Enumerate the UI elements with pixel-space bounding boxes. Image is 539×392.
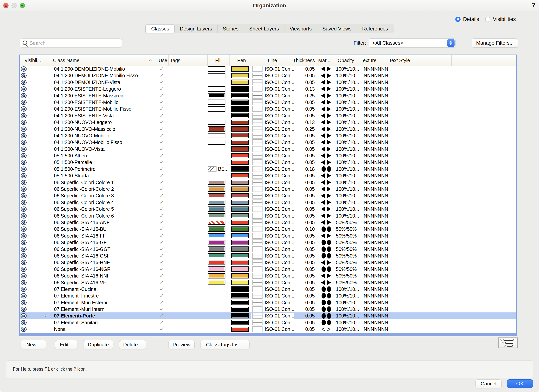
texture-value[interactable]: NNNNNNN — [364, 172, 388, 179]
col-header-texture[interactable]: Texture — [361, 55, 376, 66]
marker-cell[interactable] — [316, 226, 336, 232]
pen-swatch[interactable] — [231, 126, 249, 132]
visibility-eye-icon[interactable] — [21, 193, 27, 198]
start-marker-icon[interactable] — [322, 300, 326, 305]
visibility-eye-icon[interactable] — [21, 167, 27, 172]
pen-cell[interactable] — [231, 226, 249, 232]
pen-swatch[interactable] — [231, 327, 249, 332]
pen-swatch[interactable] — [231, 273, 249, 278]
marker-cell[interactable] — [316, 312, 336, 319]
end-marker-icon[interactable] — [327, 153, 331, 158]
start-marker-icon[interactable] — [321, 147, 325, 152]
end-marker-icon[interactable] — [327, 127, 331, 132]
fill-cell[interactable] — [208, 73, 226, 78]
col-header-class-name[interactable]: Class Name — [53, 55, 79, 66]
texture-value[interactable]: NNNNNNN — [364, 239, 388, 246]
use-check-icon[interactable]: ✓ — [158, 105, 166, 112]
end-marker-icon[interactable] — [327, 93, 331, 98]
marker-cell[interactable] — [316, 92, 336, 99]
line-style-swatch[interactable] — [252, 286, 263, 292]
thickness-value[interactable]: 0.05 — [291, 292, 315, 299]
start-marker-icon[interactable] — [322, 287, 326, 292]
end-marker-icon[interactable] — [327, 253, 331, 258]
pen-cell[interactable] — [231, 253, 249, 258]
marker-cell[interactable] — [316, 186, 336, 192]
thickness-value[interactable]: 0.05 — [291, 99, 315, 105]
line-style-name[interactable]: ISO-01 Con... — [265, 86, 294, 92]
fill-cell[interactable] — [208, 180, 226, 185]
visibility-eye-icon[interactable] — [21, 133, 27, 138]
pen-cell[interactable] — [231, 246, 249, 252]
start-marker-icon[interactable] — [321, 280, 325, 285]
pen-cell[interactable] — [231, 327, 249, 332]
pen-swatch[interactable] — [231, 173, 249, 178]
end-marker-icon[interactable] — [327, 213, 331, 218]
pen-swatch[interactable] — [231, 293, 249, 298]
visibility-eye-icon[interactable] — [21, 93, 27, 98]
line-style-swatch[interactable] — [252, 159, 263, 165]
thickness-value[interactable]: 0.05 — [291, 253, 315, 259]
search-input[interactable] — [29, 39, 119, 48]
marker-cell[interactable] — [316, 299, 336, 306]
opacity-value[interactable]: 100%/10... — [336, 292, 359, 299]
visibility-eye-icon[interactable] — [21, 147, 27, 152]
thickness-value[interactable]: 0.05 — [291, 312, 315, 319]
end-marker-icon[interactable] — [327, 273, 331, 278]
pen-cell[interactable] — [231, 180, 249, 185]
visibility-eye-icon[interactable] — [21, 307, 27, 312]
marker-cell[interactable] — [316, 292, 336, 299]
start-marker-icon[interactable] — [321, 73, 325, 78]
start-marker-icon[interactable] — [321, 206, 325, 211]
line-style-swatch[interactable] — [252, 320, 263, 325]
thickness-value[interactable]: 0.05 — [291, 266, 315, 272]
pen-swatch[interactable] — [231, 193, 249, 198]
use-check-icon[interactable]: ✓ — [158, 199, 166, 206]
end-marker-icon[interactable] — [327, 193, 331, 198]
pen-swatch[interactable] — [231, 300, 249, 305]
start-marker-icon[interactable] — [322, 306, 326, 312]
fill-cell[interactable] — [208, 126, 226, 132]
visibility-eye-icon[interactable] — [21, 66, 27, 72]
cancel-button[interactable]: Cancel — [476, 379, 501, 388]
texture-value[interactable]: NNNNNNN — [364, 166, 388, 172]
line-style-name[interactable]: ISO-01 Con... — [265, 119, 294, 125]
pen-cell[interactable] — [231, 113, 249, 118]
line-style-swatch[interactable] — [252, 93, 263, 99]
marker-cell[interactable] — [316, 152, 336, 159]
start-marker-icon[interactable] — [322, 240, 326, 245]
col-header-markers[interactable]: Mar... — [317, 55, 332, 66]
table-row[interactable]: 06 Superfici-Colori-Colore 2✓ISO-01 Con.… — [20, 186, 516, 192]
marker-cell[interactable] — [316, 206, 336, 212]
texture-value[interactable]: NNNNNNN — [364, 286, 388, 292]
thickness-value[interactable]: 0.05 — [291, 319, 315, 326]
pen-cell[interactable] — [231, 206, 249, 212]
start-marker-icon[interactable] — [321, 160, 325, 165]
texture-value[interactable]: NNNNNNN — [364, 326, 388, 332]
line-style-name[interactable]: ISO-01 Con... — [265, 326, 294, 332]
start-marker-icon[interactable] — [321, 233, 325, 238]
pen-cell[interactable] — [231, 307, 249, 312]
texture-value[interactable]: NNNNNNN — [364, 246, 388, 253]
line-style-swatch[interactable] — [252, 300, 263, 306]
marker-cell[interactable] — [316, 246, 336, 253]
pen-swatch[interactable] — [231, 280, 249, 285]
opacity-value[interactable]: 100%/10... — [336, 139, 359, 146]
fill-swatch[interactable] — [208, 140, 226, 145]
line-style-swatch[interactable] — [252, 186, 263, 192]
marker-cell[interactable] — [316, 105, 336, 112]
pen-cell[interactable] — [231, 140, 249, 145]
texture-value[interactable]: NNNNNNN — [364, 112, 388, 119]
marker-cell[interactable] — [316, 159, 336, 166]
table-row[interactable]: 06 Superfici-SIA 416-NGF✓ISO-01 Con...0.… — [20, 266, 516, 272]
pen-swatch[interactable] — [231, 267, 249, 272]
marker-cell[interactable] — [316, 239, 336, 246]
thickness-value[interactable]: 0.05 — [291, 79, 315, 86]
thickness-value[interactable]: 0.05 — [291, 159, 315, 166]
use-check-icon[interactable]: ✓ — [158, 233, 166, 239]
use-check-icon[interactable]: ✓ — [158, 319, 166, 326]
line-style-name[interactable]: ISO-01 Con... — [265, 92, 294, 99]
line-style-name[interactable]: ISO-01 Con... — [265, 206, 294, 212]
end-marker-icon[interactable] — [327, 186, 331, 191]
table-row[interactable]: 06 Superfici-SIA 416-BU✓ISO-01 Con...0.1… — [20, 226, 516, 232]
visibility-eye-icon[interactable] — [21, 173, 27, 178]
